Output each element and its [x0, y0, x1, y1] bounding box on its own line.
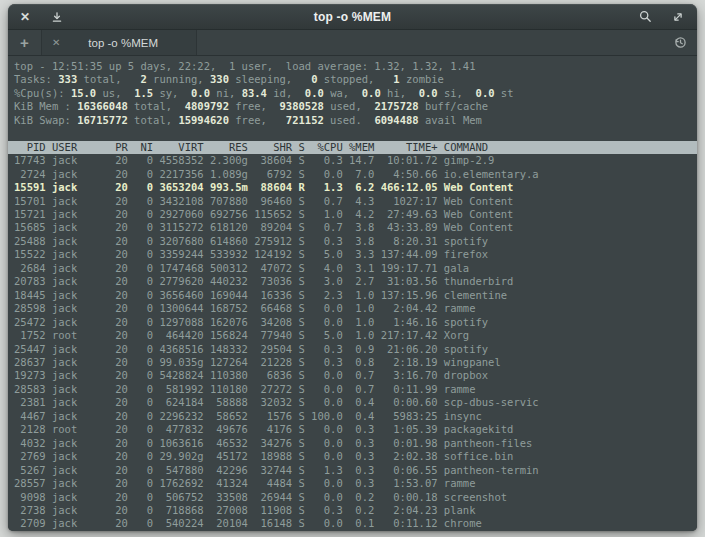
summary-line: Tasks: 333 total, 2 running, 330 sleepin… [14, 73, 697, 86]
process-row: 2769 jack 20 0 29.902g 45172 18988 S 0.0… [14, 450, 697, 463]
process-row: 25447 jack 20 0 4368516 148332 29504 S 0… [14, 343, 697, 356]
close-button[interactable]: ✕ [20, 11, 30, 23]
tabbar: + ✕ top -o %MEM [8, 30, 697, 56]
titlebar[interactable]: ✕ top -o %MEM [8, 4, 697, 30]
expand-icon [671, 10, 685, 24]
process-row: 2709 jack 20 0 540224 20104 16148 S 0.0 … [14, 517, 697, 530]
tab-top[interactable]: ✕ top -o %MEM [42, 30, 197, 55]
history-icon [673, 35, 688, 50]
process-row: 2724 jack 20 0 2217356 1.089g 6792 S 0.0… [14, 168, 697, 181]
download-button[interactable] [50, 10, 64, 24]
process-row: 28557 jack 20 0 1762692 41324 4484 S 0.0… [14, 477, 697, 490]
plus-icon: + [20, 34, 29, 51]
summary-line: KiB Mem : 16366048 total, 4809792 free, … [14, 100, 697, 113]
process-row: 18445 jack 20 0 3656460 169044 16336 S 2… [14, 289, 697, 302]
process-row: 15685 jack 20 0 3115272 618120 89204 S 0… [14, 221, 697, 234]
terminal-window: ✕ top -o %MEM + [8, 4, 697, 531]
process-row: 28637 jack 20 0 99.035g 127264 21228 S 0… [14, 356, 697, 369]
process-row: 19273 jack 20 0 5428824 110380 6836 S 0.… [14, 369, 697, 382]
process-row: 2738 jack 20 0 718868 27008 11908 S 0.3 … [14, 504, 697, 517]
new-tab-button[interactable]: + [8, 30, 42, 55]
process-row: 28598 jack 20 0 1300644 168752 66468 S 0… [14, 302, 697, 315]
table-header-row: PID USER PR NI VIRT RES SHR S %CPU %MEM … [8, 141, 697, 154]
titlebar-left-controls: ✕ [20, 10, 90, 24]
process-row: 15721 jack 20 0 2927060 692756 115652 S … [14, 208, 697, 221]
process-row: 2128 root 20 0 477832 49676 4176 S 0.0 0… [14, 423, 697, 436]
process-row: 28583 jack 20 0 581992 110180 27272 S 0.… [14, 383, 697, 396]
summary-line: KiB Swap: 16715772 total, 15994620 free,… [14, 114, 697, 127]
process-row: 25472 jack 20 0 1297088 162076 34208 S 0… [14, 316, 697, 329]
process-row: 17743 jack 20 0 4558352 2.300g 38604 S 0… [14, 154, 697, 167]
summary-line: top - 12:51:35 up 5 days, 22:22, 1 user,… [14, 60, 697, 73]
blank-line [14, 127, 697, 140]
close-icon: ✕ [20, 11, 30, 23]
window-title: top -o %MEM [90, 10, 615, 24]
terminal-output[interactable]: top - 12:51:35 up 5 days, 22:22, 1 user,… [8, 56, 697, 531]
tab-close-icon: ✕ [52, 37, 60, 48]
process-row: 25488 jack 20 0 3207680 614860 275912 S … [14, 235, 697, 248]
tab-label: top -o %MEM [60, 37, 186, 49]
tabbar-spacer [197, 30, 673, 55]
process-row: 15701 jack 20 0 3432108 707880 96460 S 0… [14, 195, 697, 208]
summary-line: %Cpu(s): 15.0 us, 1.5 sy, 0.0 ni, 83.4 i… [14, 87, 697, 100]
process-row: 15522 jack 20 0 3359244 533932 124192 S … [14, 248, 697, 261]
titlebar-right-controls [615, 9, 685, 24]
process-row: 15591 jack 20 0 3653204 993.5m 88604 R 1… [14, 181, 697, 194]
download-icon [50, 10, 64, 24]
process-row: 20783 jack 20 0 2779620 440232 73036 S 3… [14, 275, 697, 288]
process-row: 5267 jack 20 0 547880 42296 32744 S 1.3 … [14, 464, 697, 477]
history-button[interactable] [673, 30, 697, 55]
process-row: 1752 root 20 0 464420 156824 77940 S 5.0… [14, 329, 697, 342]
process-row: 4032 jack 20 0 1063616 46532 34276 S 0.0… [14, 437, 697, 450]
expand-button[interactable] [671, 10, 685, 24]
process-row: 2381 jack 20 0 624184 58888 32032 S 0.0 … [14, 396, 697, 409]
process-row: 9098 jack 20 0 506752 33508 26944 S 0.0 … [14, 491, 697, 504]
search-button[interactable] [638, 9, 653, 24]
process-row: 4467 jack 20 0 2296232 58652 1576 S 100.… [14, 410, 697, 423]
tab-close-button[interactable]: ✕ [52, 38, 60, 48]
process-row: 2684 jack 20 0 1747468 500312 47072 S 4.… [14, 262, 697, 275]
search-icon [638, 9, 653, 24]
